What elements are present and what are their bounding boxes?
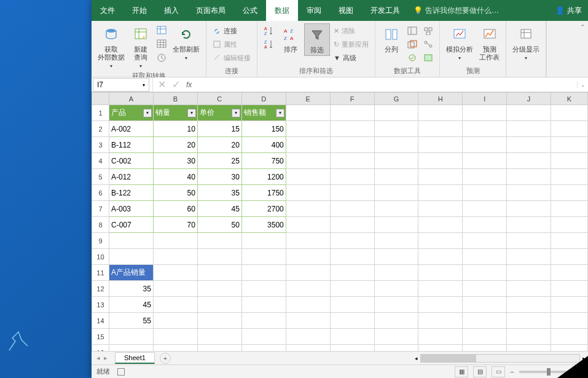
sheet-nav-last[interactable]: ▸ (104, 354, 108, 362)
cell-C5[interactable]: 30 (197, 169, 241, 185)
cell-H3[interactable] (418, 137, 463, 153)
show-queries-button[interactable] (154, 25, 169, 37)
refresh-all-button[interactable]: 全部刷新 ▾ (170, 23, 202, 62)
cell-D3[interactable]: 400 (241, 137, 286, 153)
cell-K2[interactable] (551, 121, 588, 137)
tab-view[interactable]: 视图 (330, 0, 362, 21)
cell-H15[interactable] (418, 329, 463, 345)
from-table-button[interactable] (154, 38, 169, 50)
cell-F11[interactable] (330, 265, 374, 281)
cell-E1[interactable] (286, 105, 330, 121)
formula-input[interactable] (197, 78, 577, 92)
filter-dropdown-icon[interactable]: ▾ (187, 109, 196, 117)
cell-E12[interactable] (286, 281, 330, 297)
cell-H2[interactable] (418, 121, 463, 137)
cell-H5[interactable] (418, 169, 463, 185)
cell-G10[interactable] (374, 249, 418, 265)
cell-I14[interactable] (463, 313, 507, 329)
cell-D11[interactable] (241, 265, 286, 281)
cell-K7[interactable] (551, 201, 588, 217)
cell-K8[interactable] (551, 217, 588, 233)
column-header-I[interactable]: I (463, 93, 507, 105)
tab-file[interactable]: 文件 (92, 0, 123, 21)
cell-D1[interactable]: 销售额▾ (241, 105, 286, 121)
cell-J13[interactable] (507, 297, 551, 313)
cell-F14[interactable] (330, 313, 374, 329)
cell-D4[interactable]: 750 (241, 153, 286, 169)
cell-F5[interactable] (330, 169, 374, 185)
cell-C15[interactable] (197, 329, 241, 345)
cell-A11[interactable]: A产品销量 (109, 265, 153, 281)
collapse-ribbon-icon[interactable]: ⌃ (580, 23, 586, 31)
cell-E3[interactable] (286, 137, 330, 153)
text-to-columns-button[interactable]: 分列 (379, 23, 404, 55)
cell-K14[interactable] (551, 313, 588, 329)
cancel-icon[interactable]: ✕ (158, 79, 166, 90)
cell-C6[interactable]: 35 (197, 185, 241, 201)
cell-I11[interactable] (463, 265, 507, 281)
row-header-8[interactable]: 8 (92, 217, 109, 233)
cell-C4[interactable]: 25 (197, 153, 241, 169)
row-header-6[interactable]: 6 (92, 185, 109, 201)
zoom-out-button[interactable]: − (510, 368, 514, 376)
cell-A15[interactable] (109, 329, 153, 345)
row-header-11[interactable]: 11 (92, 265, 109, 281)
cell-J1[interactable] (507, 105, 551, 121)
cell-I9[interactable] (463, 233, 507, 249)
cell-F3[interactable] (330, 137, 374, 153)
cell-H1[interactable] (418, 105, 463, 121)
cell-E11[interactable] (286, 265, 330, 281)
cell-B11[interactable] (153, 265, 197, 281)
cell-C7[interactable]: 45 (197, 201, 241, 217)
row-header-3[interactable]: 3 (92, 137, 109, 153)
cell-C8[interactable]: 50 (197, 217, 241, 233)
cell-E7[interactable] (286, 201, 330, 217)
cell-E13[interactable] (286, 297, 330, 313)
cell-F7[interactable] (330, 201, 374, 217)
sheet-nav-first[interactable]: ◂ (96, 354, 100, 362)
cell-F10[interactable] (330, 249, 374, 265)
cell-K9[interactable] (551, 233, 588, 249)
cell-H12[interactable] (418, 281, 463, 297)
view-pagebreak-button[interactable]: ▭ (492, 366, 505, 377)
sort-desc-button[interactable]: ZA (261, 38, 277, 50)
cell-D13[interactable] (241, 297, 286, 313)
cell-D15[interactable] (241, 329, 286, 345)
forecast-sheet-button[interactable]: 预测 工作表 (477, 23, 502, 63)
cell-B8[interactable]: 70 (153, 217, 197, 233)
column-header-F[interactable]: F (330, 93, 374, 105)
cell-J8[interactable] (507, 217, 551, 233)
cell-I15[interactable] (463, 329, 507, 345)
cell-F16[interactable] (330, 345, 374, 352)
cell-J5[interactable] (507, 169, 551, 185)
column-header-G[interactable]: G (374, 93, 418, 105)
cell-G15[interactable] (374, 329, 418, 345)
confirm-icon[interactable]: ✓ (172, 79, 180, 90)
cell-G6[interactable] (374, 185, 418, 201)
cell-J12[interactable] (507, 281, 551, 297)
cell-B7[interactable]: 60 (153, 201, 197, 217)
cell-C13[interactable] (197, 297, 241, 313)
cell-I2[interactable] (463, 121, 507, 137)
new-query-button[interactable]: 新建 查询 ▾ (128, 23, 153, 70)
remove-duplicates-button[interactable] (405, 38, 420, 50)
get-external-data-button[interactable]: 获取 外部数据 ▾ (95, 23, 127, 70)
cell-A14[interactable]: 55 (109, 313, 153, 329)
row-header-10[interactable]: 10 (92, 249, 109, 265)
cell-A12[interactable]: 35 (109, 281, 153, 297)
cell-K11[interactable] (551, 265, 588, 281)
cell-E9[interactable] (286, 233, 330, 249)
row-header-2[interactable]: 2 (92, 121, 109, 137)
view-normal-button[interactable]: ▦ (455, 366, 468, 377)
cell-E15[interactable] (286, 329, 330, 345)
cell-K16[interactable] (551, 345, 588, 352)
cell-F8[interactable] (330, 217, 374, 233)
row-header-7[interactable]: 7 (92, 201, 109, 217)
cell-A1[interactable]: 产品▾ (109, 105, 153, 121)
cell-G16[interactable] (374, 345, 418, 352)
cell-I16[interactable] (463, 345, 507, 352)
properties-button[interactable]: 属性 (210, 38, 253, 50)
cell-B6[interactable]: 50 (153, 185, 197, 201)
connections-button[interactable]: 连接 (210, 25, 253, 37)
fx-icon[interactable]: fx (186, 81, 192, 89)
